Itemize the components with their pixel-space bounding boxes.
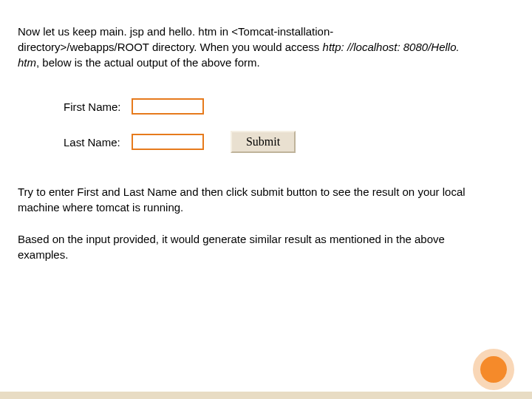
last-name-label: Last Name: [64, 136, 132, 149]
bottom-bar [0, 392, 532, 399]
intro-paragraph: Now let us keep main. jsp and hello. htm… [18, 24, 461, 70]
decorative-circle-icon [473, 349, 514, 390]
last-name-input[interactable] [132, 134, 204, 150]
intro-text-2: , below is the actual output of the abov… [36, 56, 260, 69]
first-name-label: First Name: [64, 100, 132, 113]
last-name-row: Last Name: Submit [64, 131, 514, 153]
first-name-input[interactable] [132, 98, 204, 115]
intro-text-1: Now let us keep main. jsp and hello. htm… [18, 25, 333, 53]
sample-form: First Name: Last Name: Submit [64, 98, 514, 153]
submit-button[interactable]: Submit [231, 131, 296, 153]
first-name-row: First Name: [64, 98, 514, 115]
result-paragraph: Based on the input provided, it would ge… [18, 231, 491, 262]
instruction-paragraph: Try to enter First and Last Name and the… [18, 184, 491, 215]
